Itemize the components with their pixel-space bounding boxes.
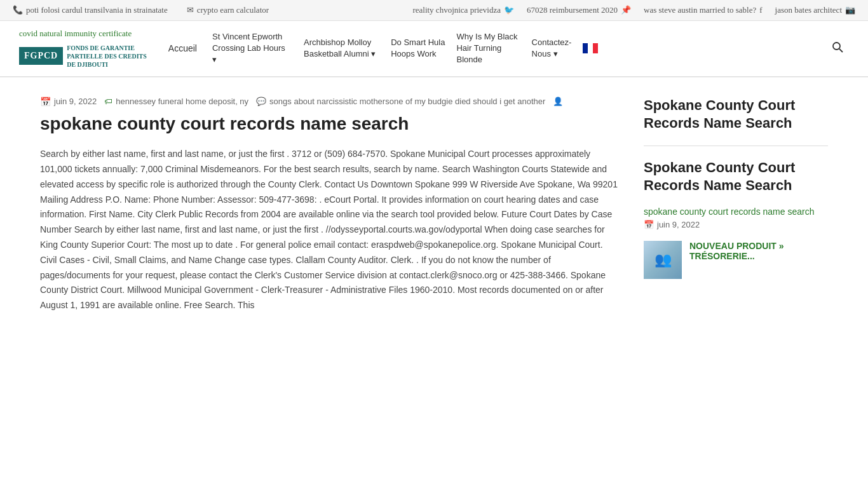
main-container: 📅 juin 9, 2022 🏷 hennessey funeral home … bbox=[21, 78, 847, 332]
svg-rect-1 bbox=[588, 43, 593, 53]
logo-box-text: FGPCD bbox=[19, 47, 63, 65]
top-bar-right: reality chvojnica prievidza 🐦 67028 reim… bbox=[412, 5, 855, 15]
comment-icon: 💬 bbox=[256, 97, 266, 106]
sidebar-heading-2: Spokane County Court Records Name Search bbox=[644, 159, 828, 195]
nav-item-archbishop[interactable]: Archbishop Molloy Basketball Alumni ▾ bbox=[295, 33, 384, 64]
site-header: covid natural immunity certificate FGPCD… bbox=[0, 21, 868, 77]
main-nav: Accueil St Vincent Epworth Crossing Lab … bbox=[159, 27, 849, 70]
post-author: 👤 bbox=[553, 97, 563, 106]
post-title: spokane county court records name search bbox=[40, 113, 618, 135]
logo-area: covid natural immunity certificate FGPCD… bbox=[19, 29, 147, 69]
content-area: 📅 juin 9, 2022 🏷 hennessey funeral home … bbox=[40, 97, 618, 313]
nav-item-crossing[interactable]: St Vincent Epworth Crossing Lab Hours ▾ bbox=[206, 27, 295, 70]
sidebar-product-block: NOUVEAU PRODUIT » TRÉSORERIE... bbox=[644, 241, 828, 279]
post-category[interactable]: 🏷 hennessey funeral home deposit, ny bbox=[104, 97, 248, 106]
pinterest-link[interactable]: 67028 reimbursement 2020 📌 bbox=[527, 5, 631, 15]
svg-line-4 bbox=[839, 49, 843, 52]
phone-link[interactable]: 📞 poti folosi cardul transilvania in str… bbox=[13, 5, 168, 15]
top-bar-left: 📞 poti folosi cardul transilvania in str… bbox=[13, 5, 269, 15]
user-icon: 👤 bbox=[553, 97, 563, 106]
instagram-icon: 📷 bbox=[845, 5, 855, 15]
covid-cert-link[interactable]: covid natural immunity certificate bbox=[19, 29, 147, 39]
french-flag-icon bbox=[583, 43, 598, 53]
search-button[interactable] bbox=[826, 36, 849, 62]
logo-full-text: FONDS DE GARANTIE PARTIELLE DES CREDITS … bbox=[67, 44, 147, 69]
post-comment[interactable]: 💬 songs about narcissistic mothersone of… bbox=[256, 97, 545, 106]
calendar-icon: 📅 bbox=[40, 97, 51, 107]
twitter-icon: 🐦 bbox=[504, 5, 514, 15]
email-link[interactable]: ✉ crypto earn calculator bbox=[187, 5, 269, 15]
sidebar-heading-1: Spokane County Court Records Name Search bbox=[644, 97, 828, 133]
svg-point-3 bbox=[833, 43, 840, 50]
email-icon: ✉ bbox=[187, 5, 194, 15]
instagram-link[interactable]: jason bates architect 📷 bbox=[775, 5, 855, 15]
top-bar: 📞 poti folosi cardul transilvania in str… bbox=[0, 0, 868, 21]
sidebar-product-image bbox=[644, 241, 682, 279]
flag-fr bbox=[583, 43, 598, 53]
svg-rect-0 bbox=[583, 43, 588, 53]
twitter-link[interactable]: reality chvojnica prievidza 🐦 bbox=[412, 5, 514, 15]
svg-rect-2 bbox=[593, 43, 598, 53]
sidebar-product-link[interactable]: NOUVEAU PRODUIT » TRÉSORERIE... bbox=[689, 241, 828, 261]
logo-image[interactable]: FGPCD FONDS DE GARANTIE PARTIELLE DES CR… bbox=[19, 44, 147, 69]
nav-item-accueil[interactable]: Accueil bbox=[159, 38, 206, 58]
nav-item-hoops[interactable]: Do Smart Hula Hoops Work bbox=[384, 33, 451, 64]
post-date: 📅 juin 9, 2022 bbox=[40, 97, 97, 107]
facebook-link[interactable]: was steve austin married to sable? f bbox=[644, 5, 763, 15]
sidebar-court-records-link[interactable]: spokane county court records name search bbox=[644, 207, 814, 217]
sidebar-calendar-icon: 📅 bbox=[644, 220, 654, 229]
phone-icon: 📞 bbox=[13, 5, 23, 15]
search-icon bbox=[831, 41, 844, 53]
sidebar-link-block: spokane county court records name search… bbox=[644, 207, 828, 229]
facebook-icon: f bbox=[759, 5, 762, 15]
nav-item-contactez[interactable]: Contactez- Nous ▾ bbox=[523, 33, 581, 64]
sidebar-link-date: 📅 juin 9, 2022 bbox=[644, 220, 828, 229]
pinterest-icon: 📌 bbox=[621, 5, 631, 15]
tag-icon: 🏷 bbox=[104, 97, 112, 106]
post-body: Search by either last name, first and la… bbox=[40, 147, 618, 313]
sidebar-divider-1 bbox=[644, 146, 828, 146]
nav-item-hair[interactable]: Why Is My Black Hair Turning Blonde bbox=[451, 27, 522, 70]
post-meta: 📅 juin 9, 2022 🏷 hennessey funeral home … bbox=[40, 97, 618, 107]
sidebar: Spokane County Court Records Name Search… bbox=[644, 97, 828, 313]
